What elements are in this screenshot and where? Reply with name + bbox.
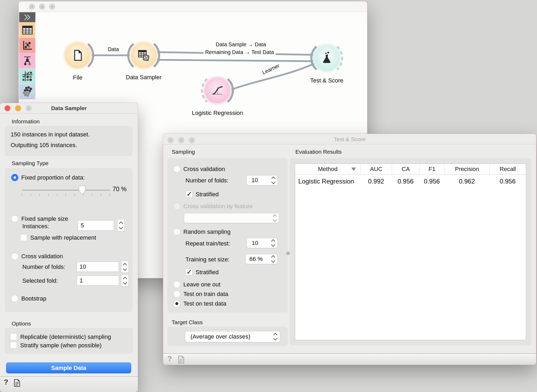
flask-icon — [320, 51, 333, 65]
node-data-sampler[interactable] — [131, 43, 156, 68]
logistic-regression-icon — [211, 84, 224, 97]
node-file[interactable] — [65, 43, 90, 68]
sample-data-button[interactable]: Sample Data — [6, 362, 131, 373]
column-header-label: CA — [402, 166, 410, 173]
fixed-sample-size-radio[interactable] — [11, 215, 18, 222]
fixed-proportion-radio[interactable] — [11, 174, 18, 181]
report-icon[interactable] — [14, 379, 20, 387]
cell-precision: 0.962 — [444, 178, 490, 185]
test-on-test-radio[interactable] — [173, 300, 180, 307]
canvas-window: Data Data Sample → Data Remaining Data →… — [19, 1, 367, 278]
cell-ca: 0.956 — [392, 178, 419, 185]
file-icon — [71, 49, 84, 62]
column-header-label: AUC — [370, 166, 382, 173]
node-label-test-and-score: Test & Score — [310, 77, 344, 84]
desktop: Data Data Sample → Data Remaining Data →… — [0, 0, 537, 392]
leave-one-out-radio[interactable] — [173, 281, 180, 288]
cell-f1: 0.956 — [419, 178, 444, 185]
column-header-recall[interactable]: Recall — [489, 164, 526, 174]
test-on-train-label: Test on train data — [183, 291, 228, 298]
column-header-label: Recall — [500, 166, 516, 173]
help-icon[interactable]: ? — [167, 355, 172, 363]
data-sampler-icon — [137, 48, 151, 62]
node-logistic-regression[interactable] — [205, 78, 230, 103]
statusbar: ? — [163, 354, 536, 365]
replicable-checkbox[interactable] — [10, 333, 17, 340]
statusbar: ? — [0, 377, 138, 392]
bootstrap-label: Bootstrap — [21, 295, 46, 302]
selected-fold-label: Selected fold: — [22, 277, 58, 284]
bootstrap-radio[interactable] — [11, 295, 18, 302]
cell-recall: 0.956 — [489, 178, 526, 185]
workflow-wires — [19, 1, 367, 278]
edge-label-data-sample: Data Sample → Data — [214, 41, 268, 48]
test-on-train-radio[interactable] — [173, 290, 180, 298]
select-chevrons-icon[interactable] — [274, 333, 280, 340]
node-label-logistic-regression: Logistic Regression — [192, 110, 243, 116]
node-label-file: File — [73, 74, 82, 81]
target-class-groupbox: (Average over classes) — [167, 327, 288, 346]
column-header-label: Precision — [455, 166, 479, 173]
column-header-ca[interactable]: CA — [392, 164, 419, 174]
node-test-and-score[interactable] — [314, 45, 340, 71]
stratify-label: Stratify sample (when possible) — [20, 342, 102, 349]
replicable-label: Replicable (deterministic) sampling — [20, 333, 111, 340]
column-header-f1[interactable]: F1 — [419, 164, 444, 174]
cross-validation-radio[interactable] — [11, 253, 18, 260]
options-groupbox: Replicable (deterministic) sampling Stra… — [5, 328, 133, 354]
edge-label-data: Data — [106, 46, 121, 53]
options-heading: Options — [12, 320, 31, 327]
edge-label-remaining-data: Remaining Data → Test Data — [204, 49, 276, 56]
column-header-precision[interactable]: Precision — [444, 164, 490, 174]
help-icon[interactable]: ? — [4, 378, 8, 386]
column-header-label: F1 — [428, 166, 435, 173]
node-label-data-sampler: Data Sampler — [126, 74, 162, 81]
target-class-value: (Average over classes) — [185, 333, 274, 340]
leave-one-out-label: Leave one out — [183, 281, 220, 288]
target-class-heading: Target Class — [172, 319, 203, 326]
test-on-test-label: Test on test data — [183, 300, 226, 307]
stratify-checkbox[interactable] — [10, 342, 17, 349]
target-class-select[interactable]: (Average over classes) — [185, 331, 280, 342]
report-icon[interactable] — [178, 356, 184, 364]
